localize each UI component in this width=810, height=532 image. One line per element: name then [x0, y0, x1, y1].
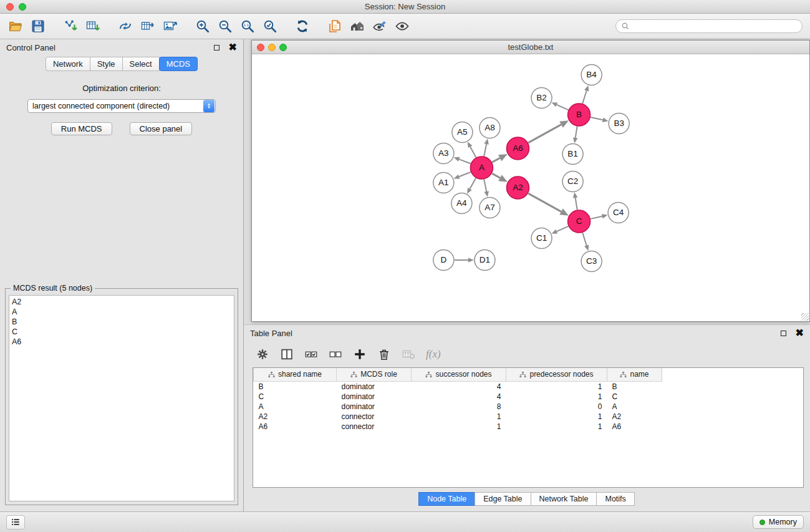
table-row[interactable]: Adominator80A — [254, 402, 662, 412]
cell-mcds-role[interactable]: connector — [337, 422, 412, 432]
graph-edge-A-A4[interactable] — [470, 178, 476, 189]
mcds-result-item[interactable]: A6 — [12, 337, 231, 347]
cell-shared-name[interactable]: A — [254, 402, 337, 412]
add-button[interactable] — [352, 346, 368, 362]
table-row[interactable]: A6connector11A6 — [254, 422, 662, 432]
tab-network-table[interactable]: Network Table — [531, 492, 597, 506]
import-network-button[interactable] — [61, 17, 80, 36]
tab-select[interactable]: Select — [122, 57, 160, 71]
tab-node-table[interactable]: Node Table — [418, 492, 475, 506]
trash-button[interactable] — [376, 346, 392, 362]
graph-edge-A-A6[interactable] — [492, 158, 500, 162]
graph-edge-A-A1[interactable] — [459, 172, 471, 177]
graph-edge-C-C3[interactable] — [582, 233, 586, 246]
graph-edge-A2-C[interactable] — [528, 193, 561, 211]
graph-edge-A-A3[interactable] — [459, 159, 470, 163]
deselect-all-button[interactable] — [327, 346, 344, 362]
graph-edge-B-B3[interactable] — [591, 117, 603, 120]
cell-name[interactable]: A — [607, 402, 662, 412]
duplicate-view-button[interactable] — [325, 17, 344, 36]
mcds-result-list[interactable]: A2ABCA6 — [9, 295, 234, 501]
graph-edge-A6-B[interactable] — [528, 125, 561, 143]
graph-edge-C-C2[interactable] — [576, 198, 577, 210]
style-preview-button[interactable] — [370, 17, 389, 36]
tab-style[interactable]: Style — [90, 57, 123, 71]
column-header-predecessor-nodes[interactable]: predecessor nodes — [506, 368, 607, 381]
close-panel-icon-button[interactable]: ✖ — [229, 44, 237, 51]
table-row[interactable]: Cdominator41C — [254, 392, 662, 402]
cell-name[interactable]: A6 — [607, 422, 662, 432]
close-panel-button[interactable]: Close panel — [130, 122, 193, 135]
criterion-dropdown[interactable]: largest connected component (directed) ▲… — [27, 99, 216, 113]
table-row[interactable]: A2connector11A2 — [254, 412, 662, 422]
float-table-panel-button[interactable] — [781, 331, 786, 336]
open-file-button[interactable] — [6, 17, 25, 36]
select-all-button[interactable] — [303, 346, 319, 362]
zoom-actual-button[interactable]: 1:1 — [238, 17, 257, 36]
cell-shared-name[interactable]: A2 — [254, 412, 337, 422]
graph-edge-B-B4[interactable] — [582, 90, 586, 104]
column-header-shared-name[interactable]: shared name — [254, 368, 337, 381]
cell-mcds-role[interactable]: dominator — [337, 392, 412, 402]
task-history-button[interactable] — [6, 515, 25, 530]
column-header-name[interactable]: name — [607, 368, 662, 381]
save-button[interactable] — [29, 17, 47, 36]
graph-edge-A-A2[interactable] — [492, 173, 500, 178]
graph-edge-B-B1[interactable] — [576, 127, 577, 138]
mcds-result-item[interactable]: C — [12, 327, 231, 337]
cell-predecessor-nodes[interactable]: 1 — [506, 381, 607, 392]
graph-edge-B-B2[interactable] — [557, 105, 569, 110]
zoom-window-button[interactable] — [19, 3, 26, 11]
cell-mcds-role[interactable]: dominator — [337, 381, 412, 392]
network-minimize-button[interactable] — [268, 44, 276, 51]
zoom-selected-button[interactable] — [261, 17, 279, 36]
cell-name[interactable]: B — [607, 381, 662, 392]
cell-mcds-role[interactable]: connector — [337, 412, 412, 422]
cell-predecessor-nodes[interactable]: 1 — [506, 392, 607, 402]
float-panel-button[interactable] — [214, 45, 219, 51]
mcds-result-item[interactable]: A — [12, 307, 231, 317]
cell-successor-nodes[interactable]: 8 — [412, 402, 506, 412]
export-image-button[interactable] — [161, 17, 180, 36]
resize-grip[interactable] — [801, 313, 809, 321]
toggle-visibility-button[interactable] — [393, 17, 412, 36]
cell-predecessor-nodes[interactable]: 1 — [506, 412, 607, 422]
columns-button[interactable] — [279, 346, 295, 362]
network-zoom-button[interactable] — [279, 44, 287, 51]
zoom-in-button[interactable] — [193, 17, 212, 36]
tab-network[interactable]: Network — [46, 57, 90, 71]
network-canvas[interactable]: B4B2BB3A5A8A6B1A3AC2A1A2A4A7C4C1CC3DD1 — [252, 54, 809, 321]
cell-successor-nodes[interactable]: 4 — [412, 392, 506, 402]
tab-motifs[interactable]: Motifs — [596, 492, 634, 506]
mcds-result-item[interactable]: A2 — [12, 297, 231, 307]
cell-name[interactable]: C — [607, 392, 662, 402]
gear-button[interactable] — [254, 346, 271, 362]
cell-predecessor-nodes[interactable]: 1 — [506, 422, 607, 432]
refresh-button[interactable] — [293, 17, 312, 36]
cell-successor-nodes[interactable]: 4 — [412, 381, 506, 392]
close-window-button[interactable] — [6, 3, 14, 11]
search-input[interactable] — [632, 22, 797, 31]
cell-mcds-role[interactable]: dominator — [337, 402, 412, 412]
cell-name[interactable]: A2 — [607, 412, 662, 422]
table-row[interactable]: Bdominator41B — [254, 381, 662, 392]
graph-edge-C-C4[interactable] — [591, 216, 602, 219]
cell-successor-nodes[interactable]: 1 — [412, 412, 506, 422]
tab-mcds[interactable]: MCDS — [159, 57, 198, 71]
graph-edge-A-A8[interactable] — [484, 144, 486, 156]
mcds-result-item[interactable]: B — [12, 317, 231, 327]
cell-successor-nodes[interactable]: 1 — [412, 422, 506, 432]
cell-shared-name[interactable]: B — [254, 381, 337, 392]
export-network-button[interactable] — [138, 17, 157, 36]
import-table-button[interactable] — [84, 17, 102, 36]
close-table-panel-button[interactable]: ✖ — [796, 329, 804, 337]
tab-edge-table[interactable]: Edge Table — [475, 492, 531, 506]
graph-edge-C-C1[interactable] — [557, 226, 569, 231]
network-window-titlebar[interactable]: testGlobe.txt — [252, 41, 809, 54]
graph-edge-A-A7[interactable] — [484, 180, 486, 191]
cell-predecessor-nodes[interactable]: 0 — [506, 402, 607, 412]
cell-shared-name[interactable]: C — [254, 392, 337, 402]
memory-button[interactable]: Memory — [753, 515, 804, 529]
network-merge-button[interactable] — [116, 17, 135, 36]
network-close-button[interactable] — [257, 44, 264, 51]
